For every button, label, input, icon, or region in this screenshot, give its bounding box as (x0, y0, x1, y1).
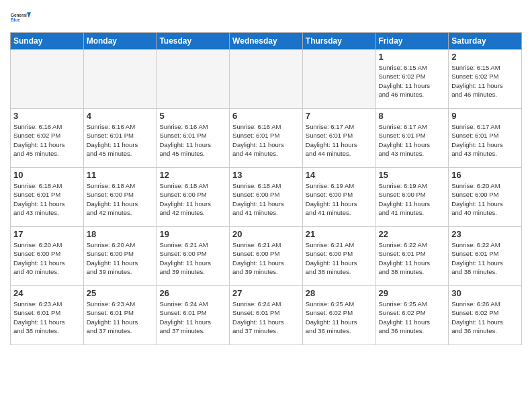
day-number: 15 (379, 170, 446, 180)
day-number: 21 (306, 229, 373, 239)
calendar-cell: 8Sunrise: 6:17 AM Sunset: 6:01 PM Daylig… (375, 109, 449, 168)
weekday-header: Tuesday (157, 33, 230, 50)
calendar-cell (83, 50, 157, 109)
day-number: 29 (379, 288, 446, 298)
calendar-cell: 26Sunrise: 6:24 AM Sunset: 6:01 PM Dayli… (157, 286, 230, 345)
calendar-cell: 19Sunrise: 6:21 AM Sunset: 6:00 PM Dayli… (157, 227, 230, 286)
calendar-cell: 27Sunrise: 6:24 AM Sunset: 6:01 PM Dayli… (230, 286, 303, 345)
day-info: Sunrise: 6:21 AM Sunset: 6:00 PM Dayligh… (232, 240, 300, 276)
calendar-cell (11, 50, 84, 109)
calendar-cell: 14Sunrise: 6:19 AM Sunset: 6:00 PM Dayli… (302, 168, 375, 227)
calendar-cell: 9Sunrise: 6:17 AM Sunset: 6:01 PM Daylig… (449, 109, 522, 168)
day-info: Sunrise: 6:22 AM Sunset: 6:01 PM Dayligh… (379, 240, 446, 276)
day-number: 30 (451, 288, 519, 298)
calendar-cell: 25Sunrise: 6:23 AM Sunset: 6:01 PM Dayli… (83, 286, 157, 345)
calendar-cell: 11Sunrise: 6:18 AM Sunset: 6:00 PM Dayli… (83, 168, 157, 227)
day-number: 27 (232, 288, 300, 298)
day-info: Sunrise: 6:24 AM Sunset: 6:01 PM Dayligh… (159, 300, 226, 335)
calendar-cell: 15Sunrise: 6:19 AM Sunset: 6:00 PM Dayli… (375, 168, 449, 227)
day-number: 18 (87, 229, 154, 239)
weekday-header: Monday (83, 33, 157, 50)
calendar-cell: 3Sunrise: 6:16 AM Sunset: 6:02 PM Daylig… (11, 109, 84, 168)
day-info: Sunrise: 6:15 AM Sunset: 6:02 PM Dayligh… (379, 63, 446, 99)
day-info: Sunrise: 6:18 AM Sunset: 6:00 PM Dayligh… (232, 181, 300, 217)
calendar-cell: 2Sunrise: 6:15 AM Sunset: 6:02 PM Daylig… (449, 50, 522, 109)
calendar-cell: 10Sunrise: 6:18 AM Sunset: 6:01 PM Dayli… (11, 168, 84, 227)
day-info: Sunrise: 6:23 AM Sunset: 6:01 PM Dayligh… (13, 300, 81, 335)
day-number: 13 (232, 170, 300, 180)
calendar-cell: 20Sunrise: 6:21 AM Sunset: 6:00 PM Dayli… (230, 227, 303, 286)
calendar-cell: 24Sunrise: 6:23 AM Sunset: 6:01 PM Dayli… (11, 286, 84, 345)
page-container: GeneralBlue SundayMondayTuesdayWednesday… (0, 0, 532, 349)
day-info: Sunrise: 6:15 AM Sunset: 6:02 PM Dayligh… (451, 63, 519, 99)
day-number: 9 (451, 111, 519, 121)
calendar-week-row: 10Sunrise: 6:18 AM Sunset: 6:01 PM Dayli… (11, 168, 522, 227)
day-number: 26 (159, 288, 226, 298)
day-info: Sunrise: 6:23 AM Sunset: 6:01 PM Dayligh… (87, 300, 154, 335)
calendar-week-row: 1Sunrise: 6:15 AM Sunset: 6:02 PM Daylig… (11, 50, 522, 109)
day-info: Sunrise: 6:21 AM Sunset: 6:00 PM Dayligh… (159, 240, 226, 276)
calendar-week-row: 3Sunrise: 6:16 AM Sunset: 6:02 PM Daylig… (11, 109, 522, 168)
calendar-cell (157, 50, 230, 109)
calendar-header-row: SundayMondayTuesdayWednesdayThursdayFrid… (11, 33, 522, 50)
day-info: Sunrise: 6:16 AM Sunset: 6:01 PM Dayligh… (159, 122, 226, 158)
day-number: 6 (232, 111, 300, 121)
calendar-cell: 28Sunrise: 6:25 AM Sunset: 6:02 PM Dayli… (302, 286, 375, 345)
day-number: 8 (379, 111, 446, 121)
svg-text:General: General (11, 13, 27, 17)
day-info: Sunrise: 6:20 AM Sunset: 6:00 PM Dayligh… (87, 240, 154, 276)
day-number: 24 (13, 288, 81, 298)
calendar-week-row: 24Sunrise: 6:23 AM Sunset: 6:01 PM Dayli… (11, 286, 522, 345)
day-info: Sunrise: 6:17 AM Sunset: 6:01 PM Dayligh… (451, 122, 519, 158)
weekday-header: Wednesday (230, 33, 303, 50)
day-number: 5 (159, 111, 226, 121)
day-number: 25 (87, 288, 154, 298)
day-info: Sunrise: 6:16 AM Sunset: 6:01 PM Dayligh… (232, 122, 300, 158)
calendar-cell: 5Sunrise: 6:16 AM Sunset: 6:01 PM Daylig… (157, 109, 230, 168)
calendar-cell (230, 50, 303, 109)
day-info: Sunrise: 6:21 AM Sunset: 6:00 PM Dayligh… (306, 240, 373, 276)
header: GeneralBlue (10, 7, 522, 28)
calendar-cell: 12Sunrise: 6:18 AM Sunset: 6:00 PM Dayli… (157, 168, 230, 227)
weekday-header: Friday (375, 33, 449, 50)
day-number: 10 (13, 170, 81, 180)
day-info: Sunrise: 6:16 AM Sunset: 6:01 PM Dayligh… (87, 122, 154, 158)
weekday-header: Sunday (11, 33, 84, 50)
day-number: 12 (159, 170, 226, 180)
day-info: Sunrise: 6:20 AM Sunset: 6:00 PM Dayligh… (13, 240, 81, 276)
calendar-cell: 29Sunrise: 6:25 AM Sunset: 6:02 PM Dayli… (375, 286, 449, 345)
day-info: Sunrise: 6:18 AM Sunset: 6:00 PM Dayligh… (87, 181, 154, 217)
calendar-week-row: 17Sunrise: 6:20 AM Sunset: 6:00 PM Dayli… (11, 227, 522, 286)
calendar-cell: 4Sunrise: 6:16 AM Sunset: 6:01 PM Daylig… (83, 109, 157, 168)
day-number: 11 (87, 170, 154, 180)
calendar-table: SundayMondayTuesdayWednesdayThursdayFrid… (10, 32, 522, 345)
logo-icon: GeneralBlue (10, 7, 32, 28)
day-info: Sunrise: 6:19 AM Sunset: 6:00 PM Dayligh… (306, 181, 373, 217)
day-info: Sunrise: 6:25 AM Sunset: 6:02 PM Dayligh… (379, 300, 446, 335)
calendar-cell: 30Sunrise: 6:26 AM Sunset: 6:02 PM Dayli… (449, 286, 522, 345)
day-info: Sunrise: 6:19 AM Sunset: 6:00 PM Dayligh… (379, 181, 446, 217)
calendar-cell: 22Sunrise: 6:22 AM Sunset: 6:01 PM Dayli… (375, 227, 449, 286)
day-info: Sunrise: 6:22 AM Sunset: 6:01 PM Dayligh… (451, 240, 519, 276)
calendar-cell: 21Sunrise: 6:21 AM Sunset: 6:00 PM Dayli… (302, 227, 375, 286)
day-number: 3 (13, 111, 81, 121)
day-info: Sunrise: 6:20 AM Sunset: 6:00 PM Dayligh… (451, 181, 519, 217)
day-number: 23 (451, 229, 519, 239)
day-number: 16 (451, 170, 519, 180)
weekday-header: Thursday (302, 33, 375, 50)
day-number: 19 (159, 229, 226, 239)
day-number: 14 (306, 170, 373, 180)
day-info: Sunrise: 6:17 AM Sunset: 6:01 PM Dayligh… (306, 122, 373, 158)
day-info: Sunrise: 6:24 AM Sunset: 6:01 PM Dayligh… (232, 300, 300, 335)
day-number: 7 (306, 111, 373, 121)
day-number: 17 (13, 229, 81, 239)
svg-marker-2 (27, 12, 31, 17)
day-info: Sunrise: 6:16 AM Sunset: 6:02 PM Dayligh… (13, 122, 81, 158)
weekday-header: Saturday (449, 33, 522, 50)
logo: GeneralBlue (10, 7, 32, 28)
calendar-cell: 18Sunrise: 6:20 AM Sunset: 6:00 PM Dayli… (83, 227, 157, 286)
day-info: Sunrise: 6:18 AM Sunset: 6:01 PM Dayligh… (13, 181, 81, 217)
calendar-cell: 7Sunrise: 6:17 AM Sunset: 6:01 PM Daylig… (302, 109, 375, 168)
day-number: 2 (451, 52, 519, 62)
calendar-cell: 17Sunrise: 6:20 AM Sunset: 6:00 PM Dayli… (11, 227, 84, 286)
